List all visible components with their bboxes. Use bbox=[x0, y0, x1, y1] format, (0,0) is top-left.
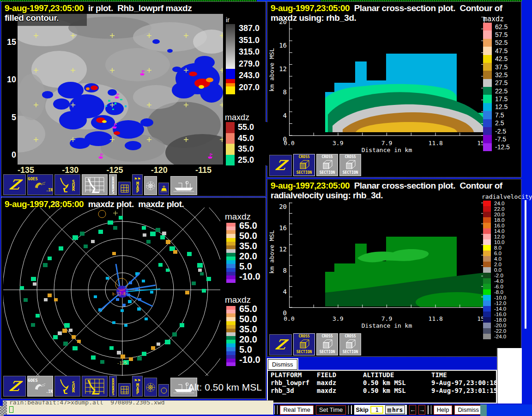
sur-radar-button[interactable]: SUR bbox=[54, 174, 80, 195]
cross-section-button-3[interactable]: CROSS SECTION bbox=[339, 154, 361, 176]
cross-section-button-1[interactable]: CROSS SECTION bbox=[293, 154, 315, 176]
azimuth-wheel-button[interactable] bbox=[144, 378, 157, 397]
circle-icon bbox=[160, 387, 168, 394]
title-line2: filled contour. bbox=[5, 13, 59, 23]
colorbar-entry: -2.0 bbox=[483, 273, 521, 278]
zebra-home-button[interactable]: Z bbox=[3, 376, 26, 397]
colorbar-entry: 2.0 bbox=[483, 262, 521, 267]
zebra-home-button[interactable]: Z bbox=[269, 155, 292, 176]
map-button[interactable]: ⚑⚑ MAP bbox=[132, 376, 143, 397]
help-button[interactable]: Help bbox=[434, 405, 453, 415]
radar-grid-button[interactable] bbox=[82, 376, 108, 397]
colorbar-entry: -12.5 bbox=[483, 143, 521, 151]
scrollbar-line[interactable] bbox=[525, 200, 526, 329]
flags-icon: ⚑⚑ bbox=[134, 379, 140, 383]
xsection-maxdz-plot[interactable] bbox=[289, 17, 484, 138]
bounds-button[interactable]: BOUNDS bbox=[109, 376, 117, 397]
colorbar-entry: 6.0 bbox=[483, 251, 521, 256]
colorbar1-ticks: 65.050.035.020.05.0-10.0 bbox=[239, 221, 260, 281]
radar-ppi-display[interactable]: b-12-8 -125 bbox=[3, 208, 220, 376]
panel-title: 9-aug-1997,23:05:00 maxdz plot. maxdz pl… bbox=[5, 199, 184, 209]
bounds-button[interactable]: BOUNDS bbox=[109, 174, 117, 195]
x-axis-ticks: -135-130-125-120-115 bbox=[18, 165, 212, 175]
time-cell: 9-Aug-97,23:01:15 bbox=[431, 387, 497, 394]
resize-corner[interactable] bbox=[0, 406, 4, 416]
cube-icon bbox=[345, 159, 357, 171]
azimuth-wheel-icon bbox=[145, 382, 156, 392]
menu-icon: ▤ bbox=[387, 406, 391, 413]
colorbar-entry: -8.0 bbox=[483, 289, 521, 295]
separator bbox=[277, 405, 278, 414]
taskbar-dismiss-button[interactable]: Dismiss bbox=[454, 405, 482, 415]
cube-icon bbox=[298, 159, 310, 171]
hrs-units-button[interactable]: ▤ hrs bbox=[385, 405, 405, 414]
skip-label: Skip bbox=[356, 406, 369, 413]
grid-button[interactable] bbox=[118, 383, 131, 397]
skip-group: Skip ▤ hrs bbox=[354, 405, 407, 415]
colorbar-entry: 42.5 bbox=[483, 55, 521, 63]
terminal-window[interactable]: rain:beaufait:47>xdump.all 970809.2305.x… bbox=[3, 400, 273, 415]
map-button[interactable]: ⚑⚑ MAP bbox=[132, 174, 143, 195]
radar-grid-button[interactable] bbox=[82, 174, 108, 195]
real-time-button[interactable]: Real Time bbox=[280, 405, 314, 415]
zebra-logo-icon: Z bbox=[274, 159, 287, 172]
terminal-cursor bbox=[9, 406, 13, 413]
colorbar-entry: 35.0 bbox=[226, 144, 267, 155]
cross-section-button-2[interactable]: CROSS SECTION bbox=[316, 154, 338, 176]
colorbar-entry: 2.5 bbox=[483, 119, 521, 127]
colorbar-entry: 52.5 bbox=[483, 39, 521, 47]
zebra-logo-icon: Z bbox=[8, 379, 21, 393]
timestamp: 9-aug-1997,23:05:00 bbox=[5, 3, 84, 13]
satellite-ir-image[interactable] bbox=[18, 14, 223, 165]
data-availability-window: PLATFORMFIELDALTITUDETIME rhb_lowprf max… bbox=[267, 370, 497, 404]
azimuth-wheel-button[interactable] bbox=[144, 176, 157, 195]
cross-section-button-2[interactable]: CROSS SECTION bbox=[316, 333, 338, 355]
table-header-cell: FIELD bbox=[317, 371, 363, 379]
colorbar-entry: -10.0 bbox=[483, 295, 521, 300]
panel-title: 9-aug-1997,23:05:00 Planar cross-section… bbox=[271, 181, 502, 191]
ship-button[interactable] bbox=[170, 176, 197, 195]
title-text: Planar cross-section plot. Contour of bbox=[350, 3, 502, 13]
table-dismiss-button[interactable]: Dismiss bbox=[268, 359, 297, 370]
grid-button[interactable] bbox=[118, 182, 131, 195]
goes-label: GOES bbox=[28, 379, 38, 383]
zebra-home-button[interactable]: Z bbox=[3, 174, 26, 195]
radar-grid-icon bbox=[85, 177, 105, 193]
step-forward-button[interactable]: → bbox=[418, 405, 425, 415]
buoy-icon bbox=[160, 185, 168, 193]
time-cell: 9-Aug-97,23:00:18 bbox=[431, 379, 497, 386]
colorbar-entry: 12.0 bbox=[483, 234, 521, 239]
goes-ir-button[interactable]: GOES .IR bbox=[27, 174, 53, 195]
sur-radar-button[interactable]: SUR bbox=[54, 376, 80, 397]
table-header-cell: PLATFORM bbox=[271, 371, 317, 379]
altitude-cell: 0.50 km MSL bbox=[363, 387, 431, 394]
colorbar-entry: -7.5 bbox=[483, 135, 521, 143]
colorbar-entry: -22.0 bbox=[483, 328, 521, 334]
set-time-button[interactable]: Set Time bbox=[316, 405, 346, 415]
xsection-radialvelocity-plot[interactable] bbox=[289, 202, 484, 313]
ir-colorbar bbox=[226, 24, 235, 94]
satellite-dish-icon bbox=[34, 181, 46, 189]
colorbar-entry: 4.0 bbox=[483, 256, 521, 262]
cross-label: CROSS bbox=[298, 155, 309, 159]
goes-ir-button[interactable]: GOES .IR bbox=[27, 376, 53, 397]
ir-sublabel: .IR bbox=[46, 189, 53, 192]
cross-section-button-3[interactable]: CROSS SECTION bbox=[339, 333, 361, 355]
colorbar-entry: 27.5 bbox=[483, 79, 521, 87]
time-control-taskbar: Real Time Set Time Skip ▤ hrs ← → Help D… bbox=[274, 404, 482, 415]
skip-amount-input[interactable] bbox=[370, 406, 383, 414]
colorbar-entry: 25.0 bbox=[226, 155, 267, 166]
step-back-button[interactable]: ← bbox=[409, 405, 416, 415]
colorbar-entry: 32.5 bbox=[483, 71, 521, 79]
zebra-home-button[interactable]: Z bbox=[269, 334, 292, 355]
y-axis-ticks: 151050 bbox=[5, 38, 16, 159]
bl-toolbar: Z GOES .IR SUR BOUNDS bbox=[3, 376, 197, 397]
cross-section-button-1[interactable]: CROSS SECTION bbox=[293, 333, 315, 355]
table-header-cell: ALTITUDE bbox=[363, 371, 431, 379]
buoy-button[interactable] bbox=[158, 183, 169, 195]
cube-icon bbox=[321, 159, 333, 171]
maxdz-colorbar: 55.0 45.0 35.0 25.0 bbox=[226, 122, 267, 165]
azimuth-label: -125 bbox=[117, 361, 127, 366]
cross-label: CROSS bbox=[321, 155, 332, 159]
circle-overlay-button[interactable] bbox=[158, 384, 169, 397]
